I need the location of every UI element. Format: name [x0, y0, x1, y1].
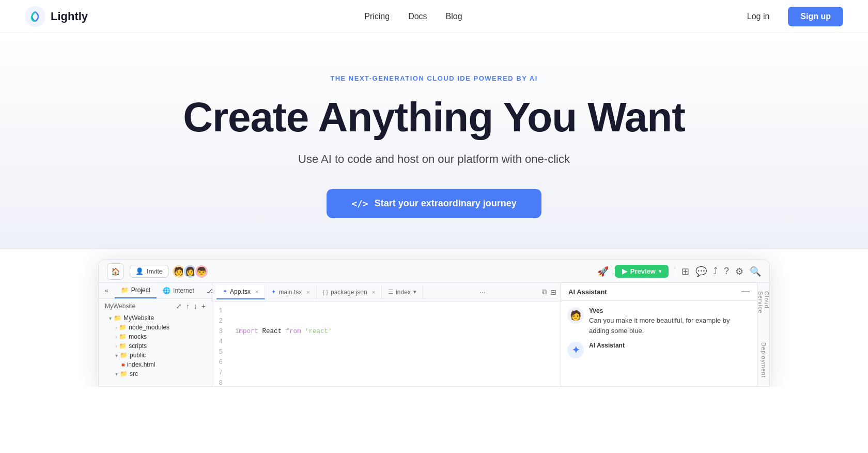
file-tree-content: ▾ 📁 MyWebsite › 📁 node_modules › 📁 mocks — [99, 313, 212, 379]
chevron-icon: › — [115, 325, 117, 330]
root-label: MyWebsite — [105, 303, 135, 310]
nav-link-pricing[interactable]: Pricing — [364, 12, 390, 21]
rocket-icon[interactable]: 🚀 — [597, 266, 609, 277]
hero-section: THE NEXT-GENERATION CLOUD IDE POWERED BY… — [0, 33, 868, 249]
nav-link-blog[interactable]: Blog — [446, 12, 462, 21]
list-item[interactable]: ■ index.html — [99, 360, 212, 369]
chevron-icon: ▾ — [115, 353, 118, 358]
upload-icon[interactable]: ↑ — [186, 302, 190, 310]
ide-main: « 📁 Project 🌐 Internet ⎇ Git MyW — [99, 283, 769, 386]
more-tabs-button[interactable]: ··· — [475, 286, 490, 298]
chevron-icon: ▾ — [109, 315, 112, 321]
logo[interactable]: Lightly — [25, 6, 88, 27]
person-icon: 👤 — [135, 267, 144, 275]
svg-point-0 — [25, 6, 45, 27]
expand-icon[interactable]: ⤢ — [176, 302, 182, 310]
home-button[interactable]: 🏠 — [107, 263, 123, 280]
close-icon[interactable]: × — [306, 289, 309, 295]
list-item[interactable]: ▾ 📁 public — [99, 351, 212, 360]
ide-wrapper: 🏠 👤 Invite 🧑 👩 👦 🚀 ▶ Preview ▾ — [0, 260, 868, 387]
hero-description: Use AI to code and host on our platform … — [298, 153, 570, 166]
topbar-right: 🚀 ▶ Preview ▾ ⊞ 💬 ⤴ ? ⚙ 🔍 — [597, 265, 761, 278]
folder-icon: 📁 — [121, 286, 129, 294]
file-tree-actions: ⤢ ↑ ↓ + — [176, 302, 206, 310]
folder-icon: 📁 — [119, 324, 127, 331]
split-vertical-icon[interactable]: ⧉ — [542, 288, 547, 296]
code-tab-package[interactable]: { } package.json × — [317, 285, 382, 299]
topbar-left: 🏠 👤 Invite 🧑 👩 👦 — [107, 263, 209, 280]
tsx-icon: ✦ — [223, 288, 227, 295]
tab-label: main.tsx — [278, 289, 302, 296]
list-item[interactable]: › 📁 node_modules — [99, 323, 212, 332]
nav-link-docs[interactable]: Docs — [408, 12, 427, 21]
invite-button[interactable]: 👤 Invite — [130, 265, 168, 278]
chevron-down-icon[interactable]: ▾ — [413, 289, 416, 295]
line-numbers: 12345678 — [212, 301, 229, 386]
code-editor: ✦ App.tsx × ✦ main.tsx × { } package.jso… — [212, 283, 561, 386]
tab-label: App.tsx — [230, 288, 251, 295]
navbar: Lightly Pricing Docs Blog Log in Sign up — [0, 0, 868, 33]
share-icon[interactable]: ⤴ — [713, 266, 718, 277]
side-panel: Cloud Service Deployment — [757, 283, 769, 386]
tab-label: package.json — [331, 289, 367, 296]
code-line: import React from 'react' — [229, 326, 396, 337]
folder-name: scripts — [129, 342, 147, 350]
file-name: index.html — [127, 361, 156, 368]
file-tree: « 📁 Project 🌐 Internet ⎇ Git MyW — [99, 283, 212, 386]
help-icon[interactable]: ? — [724, 266, 729, 277]
close-icon[interactable]: × — [372, 289, 375, 295]
cloud-service-label[interactable]: Cloud Service — [755, 287, 770, 334]
list-item[interactable]: › 📁 mocks — [99, 332, 212, 341]
ai-assistant-panel: AI Assistant — 🧑 Yves Can you make it mo… — [561, 283, 757, 386]
sender-name: Yves — [589, 307, 751, 314]
editor-icons: ⧉ ⊟ — [542, 288, 556, 296]
chat-icon[interactable]: 💬 — [695, 266, 707, 277]
close-icon[interactable]: × — [255, 289, 258, 295]
ide-container: 🏠 👤 Invite 🧑 👩 👦 🚀 ▶ Preview ▾ — [98, 260, 770, 387]
folder-icon: 📁 — [114, 314, 121, 322]
hero-title: Create Anything You Want — [183, 95, 685, 140]
divider — [675, 266, 675, 277]
hero-subtitle: THE NEXT-GENERATION CLOUD IDE POWERED BY… — [330, 74, 538, 82]
chevron-icon: ▾ — [115, 371, 118, 377]
folder-icon: 📁 — [120, 370, 128, 377]
download-icon[interactable]: ↓ — [194, 302, 197, 310]
list-item[interactable]: ▾ 📁 MyWebsite — [99, 313, 212, 323]
columns-icon[interactable]: ⊞ — [681, 266, 689, 277]
cta-button[interactable]: </> Start your extraordinary journey — [327, 189, 541, 218]
split-horizontal-icon[interactable]: ⊟ — [550, 288, 556, 296]
preview-button[interactable]: ▶ Preview ▾ — [615, 265, 669, 278]
chevron-icon: › — [115, 343, 117, 349]
list-item[interactable]: ▾ 📁 src — [99, 369, 212, 379]
code-tab-index[interactable]: ☰ index ▾ — [382, 285, 423, 299]
message-content: Yves Can you make it more beautiful, for… — [589, 307, 751, 336]
tab-project[interactable]: 📁 Project — [115, 283, 157, 298]
nav-actions: Log in Sign up — [739, 7, 843, 26]
message-content: AI Assistant — [589, 342, 625, 358]
code-lines: import React from 'react' function App()… — [229, 301, 396, 386]
search-icon[interactable]: 🔍 — [750, 266, 761, 277]
code-content: 12345678 import React from 'react' funct… — [212, 301, 561, 386]
login-button[interactable]: Log in — [739, 8, 778, 25]
signup-button[interactable]: Sign up — [788, 7, 843, 26]
tab-internet[interactable]: 🌐 Internet — [157, 283, 200, 298]
add-file-icon[interactable]: + — [202, 302, 206, 310]
deployment-label[interactable]: Deployment — [758, 338, 769, 382]
list-item[interactable]: › 📁 scripts — [99, 341, 212, 351]
code-tab-app-tsx[interactable]: ✦ App.tsx × — [216, 285, 265, 299]
minimize-button[interactable]: — — [741, 287, 750, 296]
tab-collapse[interactable]: « — [99, 283, 115, 298]
code-line — [229, 357, 396, 368]
code-tab-main-tsx[interactable]: ✦ main.tsx × — [265, 285, 316, 299]
sender-name: AI Assistant — [589, 342, 625, 349]
logo-icon — [25, 6, 45, 27]
ai-message-bot: ✦ AI Assistant — [567, 342, 751, 358]
ai-messages: 🧑 Yves Can you make it more beautiful, f… — [561, 301, 757, 365]
avatar-3: 👦 — [194, 264, 209, 279]
folder-icon: 📁 — [120, 352, 128, 359]
file-tree-header: MyWebsite ⤢ ↑ ↓ + — [99, 299, 212, 313]
settings-icon[interactable]: ⚙ — [735, 266, 743, 277]
tsx-icon: ✦ — [271, 289, 276, 295]
folder-name: node_modules — [129, 324, 169, 331]
ai-panel-title: AI Assistant — [568, 288, 607, 296]
